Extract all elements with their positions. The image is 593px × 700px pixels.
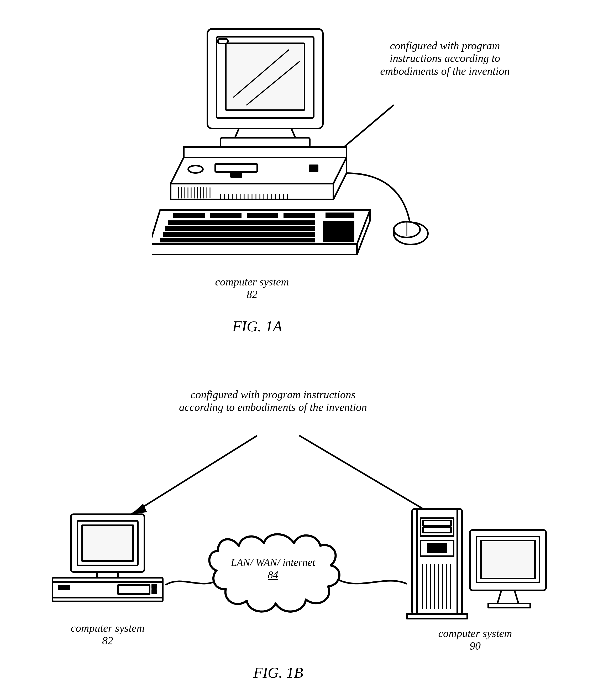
fig1b-right-label-block: computer system 90 [423, 627, 528, 652]
svg-rect-67 [152, 584, 156, 588]
fig1a-computer-ref: 82 [199, 288, 305, 301]
fig1b-annotation: configured with program instructions acc… [179, 388, 367, 414]
fig1a-computer-label: computer system [199, 276, 305, 288]
fig1b-right-computer-icon [404, 504, 551, 624]
fig1b-right-cable [336, 572, 409, 593]
svg-rect-7 [218, 39, 228, 44]
fig1b-cloud-ref: 84 [218, 569, 328, 581]
fig1b-right-ref: 90 [423, 640, 528, 652]
svg-rect-46 [325, 212, 354, 218]
svg-rect-4 [226, 43, 305, 110]
svg-rect-49 [163, 232, 315, 237]
fig1a-caption: FIG. 1A [218, 318, 296, 335]
svg-rect-8 [221, 138, 310, 147]
svg-point-9 [188, 166, 203, 173]
svg-rect-75 [428, 544, 446, 547]
fig1b-left-label: computer system [55, 622, 160, 634]
svg-rect-45 [283, 213, 315, 218]
svg-rect-62 [97, 572, 118, 578]
svg-line-55 [131, 436, 257, 514]
svg-rect-43 [210, 213, 241, 218]
fig1b-left-arrow [116, 430, 268, 522]
fig1b-caption: FIG. 1B [239, 664, 318, 682]
fig1b-left-ref: 82 [55, 634, 160, 647]
svg-rect-47 [168, 220, 315, 225]
svg-rect-50 [160, 238, 315, 242]
svg-rect-76 [428, 549, 446, 552]
svg-rect-68 [152, 590, 156, 593]
fig1a-computer-label-block: computer system 82 [199, 276, 305, 301]
svg-rect-89 [488, 604, 530, 608]
fig1b-left-computer-icon [47, 511, 173, 617]
fig1a-desktop-computer-icon [152, 26, 441, 273]
svg-rect-85 [407, 614, 467, 619]
svg-rect-73 [423, 527, 451, 533]
fig1b-right-label: computer system [423, 627, 528, 640]
svg-rect-66 [59, 586, 69, 589]
fig1b-cloud-line1: LAN/ WAN/ internet [218, 556, 328, 569]
svg-rect-44 [247, 213, 278, 218]
svg-rect-88 [481, 540, 535, 579]
svg-rect-61 [82, 525, 133, 561]
svg-rect-65 [118, 585, 150, 594]
svg-rect-72 [423, 521, 451, 526]
fig1b-left-label-block: computer system 82 [55, 622, 160, 647]
svg-rect-51 [323, 221, 354, 242]
svg-rect-10 [215, 164, 257, 172]
svg-rect-11 [231, 173, 241, 177]
svg-rect-48 [165, 226, 315, 231]
svg-rect-12 [310, 165, 318, 171]
svg-rect-42 [173, 213, 205, 218]
fig1b-cloud-text: LAN/ WAN/ internet 84 [218, 556, 328, 581]
